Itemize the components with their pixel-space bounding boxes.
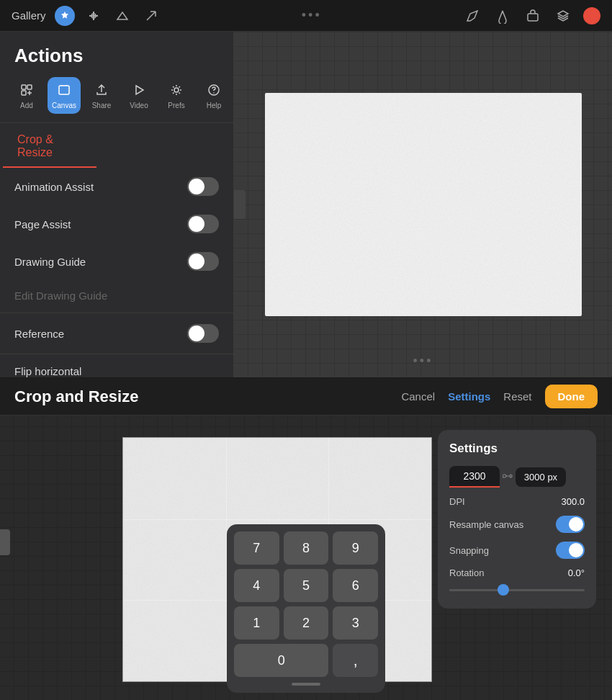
menu-animation-assist[interactable]: Animation Assist: [0, 168, 233, 205]
top-bar-center: •••: [302, 8, 322, 23]
numpad-bottom-bar: [234, 683, 378, 686]
dpi-label: DPI: [449, 496, 465, 507]
animation-assist-label: Animation Assist: [14, 181, 94, 193]
action-tabs: Add Canvas Share Video: [0, 77, 233, 123]
reset-button[interactable]: Reset: [503, 390, 531, 403]
numpad-key-comma[interactable]: ‚: [333, 644, 378, 677]
svg-rect-5: [59, 86, 69, 94]
animation-assist-toggle[interactable]: [187, 177, 219, 196]
upper-half: Actions Add Canvas Share: [0, 32, 612, 377]
numpad-key-5[interactable]: 5: [284, 569, 329, 602]
top-bar-right: [462, 6, 600, 26]
settings-button[interactable]: Settings: [448, 390, 490, 403]
done-button[interactable]: Done: [545, 385, 598, 408]
svg-rect-4: [22, 91, 26, 95]
tab-share[interactable]: Share: [85, 77, 118, 114]
rotation-thumb: [498, 584, 509, 596]
tab-video-label: Video: [130, 102, 148, 109]
menu-drawing-guide[interactable]: Drawing Guide: [0, 243, 233, 280]
svg-rect-2: [22, 85, 26, 89]
tab-canvas[interactable]: Canvas: [48, 77, 81, 114]
cancel-button[interactable]: Cancel: [401, 390, 435, 403]
add-icon: [18, 81, 35, 99]
toggle-knob: [189, 179, 204, 194]
numpad: 7 8 9 4 5 6 1 2 3 0 ‚: [227, 524, 385, 693]
crop-title: Crop and Resize: [14, 387, 138, 406]
drawing-guide-toggle[interactable]: [187, 252, 219, 271]
canvas-preview-area: •••: [234, 32, 612, 377]
flip-horizontal-label: Flip horizontal: [14, 365, 81, 377]
numpad-key-9[interactable]: 9: [333, 531, 378, 565]
resample-label: Resample canvas: [449, 519, 523, 530]
settings-panel: Settings 3000 px DPI 300.0 Resample canv…: [438, 430, 596, 609]
rotation-label-row: Rotation 0.0°: [449, 567, 585, 578]
toggle-knob: [189, 216, 204, 232]
arrow-icon[interactable]: [141, 6, 161, 26]
action-icon[interactable]: [55, 6, 75, 26]
reference-toggle[interactable]: [187, 324, 219, 343]
tab-canvas-label: Canvas: [52, 102, 76, 109]
top-bar: Gallery •••: [0, 0, 612, 32]
crop-resize-link[interactable]: Crop & Resize: [3, 123, 96, 168]
rotation-row: Rotation 0.0°: [449, 567, 585, 597]
numpad-key-1[interactable]: 1: [234, 606, 279, 640]
snapping-label: Snapping: [449, 545, 489, 556]
transform-icon[interactable]: [112, 6, 132, 26]
numpad-key-7[interactable]: 7: [234, 531, 279, 565]
rotation-slider[interactable]: [449, 583, 585, 597]
svg-rect-1: [528, 14, 538, 21]
width-input[interactable]: [449, 466, 500, 488]
dpi-value: 300.0: [561, 496, 585, 507]
link-icon: [503, 471, 513, 483]
menu-edit-drawing-guide: Edit Drawing Guide: [0, 280, 233, 311]
lower-content: 7 8 9 4 5 6 1 2 3 0 ‚ Settings: [0, 416, 612, 700]
resample-toggle[interactable]: [556, 516, 585, 533]
numpad-key-6[interactable]: 6: [333, 569, 378, 602]
drawing-guide-label: Drawing Guide: [14, 256, 86, 268]
rotation-value: 0.0°: [568, 567, 585, 578]
left-edge-handle[interactable]: [234, 190, 246, 219]
menu-reference[interactable]: Reference: [0, 315, 233, 352]
layers-icon[interactable]: [553, 6, 573, 26]
tab-help[interactable]: Help: [197, 77, 230, 114]
actions-panel: Actions Add Canvas Share: [0, 32, 234, 377]
toggle-knob: [189, 326, 204, 341]
numpad-key-2[interactable]: 2: [284, 606, 329, 640]
tab-add[interactable]: Add: [10, 77, 43, 114]
gallery-button[interactable]: Gallery: [12, 9, 46, 22]
numpad-key-4[interactable]: 4: [234, 569, 279, 602]
numpad-handle: [292, 683, 320, 686]
tab-prefs-label: Prefs: [168, 102, 184, 109]
modify-icon[interactable]: [84, 6, 104, 26]
snapping-toggle[interactable]: [556, 542, 585, 559]
crop-header: Crop and Resize Cancel Settings Reset Do…: [0, 378, 612, 416]
menu-page-assist[interactable]: Page Assist: [0, 205, 233, 243]
tab-prefs[interactable]: Prefs: [160, 77, 193, 114]
canvas-icon: [55, 81, 73, 99]
video-icon: [130, 81, 148, 99]
tab-help-label: Help: [207, 102, 222, 109]
svg-rect-3: [27, 85, 32, 89]
numpad-key-8[interactable]: 8: [284, 531, 329, 565]
tab-video[interactable]: Video: [122, 77, 156, 114]
pen-tool-icon[interactable]: [462, 6, 482, 26]
page-assist-toggle[interactable]: [187, 215, 219, 233]
svg-point-7: [174, 88, 179, 92]
tab-add-label: Add: [20, 102, 33, 109]
edit-drawing-guide-label: Edit Drawing Guide: [14, 290, 107, 302]
help-icon: [205, 81, 222, 99]
tab-share-label: Share: [92, 102, 112, 109]
numpad-key-0[interactable]: 0: [234, 644, 328, 677]
snapping-row: Snapping: [449, 542, 585, 559]
crop-header-actions: Cancel Settings Reset Done: [401, 385, 598, 408]
svg-point-9: [213, 92, 215, 94]
prefs-icon: [168, 81, 185, 99]
reference-label: Reference: [14, 328, 64, 340]
eraser-tool-icon[interactable]: [523, 6, 543, 26]
rotation-label: Rotation: [449, 567, 484, 578]
numpad-key-3[interactable]: 3: [333, 606, 378, 640]
crop-grid-h1: [123, 519, 431, 520]
color-picker[interactable]: [583, 7, 600, 24]
ink-tool-icon[interactable]: [492, 6, 513, 26]
dimensions-row: 3000 px: [449, 466, 585, 488]
